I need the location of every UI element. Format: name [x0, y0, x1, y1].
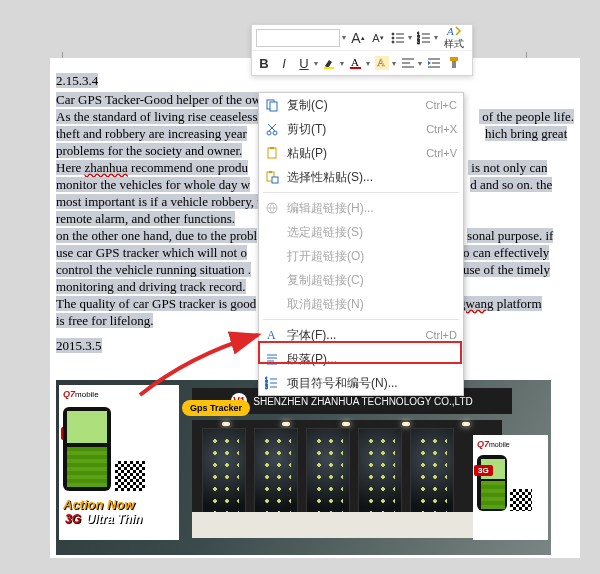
- svg-line-31: [268, 124, 275, 131]
- phone-card-left: Q7mobile 3G Action Now 3G Ultra Thin: [59, 385, 179, 540]
- phone-card-right: Q7mobile 3G: [473, 435, 548, 540]
- svg-rect-32: [268, 148, 276, 158]
- italic-button[interactable]: I: [276, 55, 292, 71]
- mini-toolbar: ▾ A▴ A▾ ▾ 123▾ A 样式 B I U▾ ▾ A▾ A▾ ▾: [251, 24, 473, 76]
- svg-point-4: [392, 41, 394, 43]
- gps-tag: Gps Tracker: [182, 400, 250, 416]
- svg-point-2: [392, 37, 394, 39]
- annotation-highlight: [258, 341, 462, 364]
- paste-special-icon: [263, 168, 281, 186]
- font-color-button[interactable]: A: [348, 55, 364, 71]
- svg-rect-27: [270, 102, 277, 111]
- svg-rect-35: [269, 171, 272, 173]
- svg-rect-33: [270, 147, 274, 149]
- svg-rect-13: [324, 67, 334, 69]
- styles-button[interactable]: A 样式: [444, 25, 464, 51]
- qr-code-icon: [510, 489, 532, 511]
- photo-booth: [192, 420, 502, 538]
- indent-button[interactable]: [426, 55, 442, 71]
- highlight-button[interactable]: [322, 55, 338, 71]
- menu-bullets-numbering[interactable]: 123 项目符号和编号(N)...: [259, 371, 463, 395]
- phone-icon: [63, 407, 111, 491]
- shading-button[interactable]: A: [374, 55, 390, 71]
- underline-button[interactable]: U: [296, 55, 312, 71]
- shrink-font-button[interactable]: A▾: [370, 30, 386, 46]
- copy-icon: [263, 96, 281, 114]
- menu-cut[interactable]: 剪切(T) Ctrl+X: [259, 117, 463, 141]
- svg-point-0: [392, 33, 394, 35]
- svg-rect-36: [272, 177, 278, 183]
- text-date: 2.15.3.4: [56, 73, 98, 88]
- menu-paste-special[interactable]: 选择性粘贴(S)...: [259, 165, 463, 189]
- chevron-down-icon[interactable]: ▾: [342, 33, 346, 42]
- badge-3g: 3G: [474, 465, 493, 476]
- svg-line-30: [269, 124, 276, 131]
- list-icon: 123: [263, 374, 281, 392]
- svg-text:A: A: [267, 328, 276, 342]
- menu-edit-hyperlink: 编辑超链接(H)...: [259, 196, 463, 220]
- svg-rect-15: [350, 67, 361, 69]
- menu-remove-hyperlink: 取消超链接(N): [259, 292, 463, 316]
- font-family-select[interactable]: [256, 29, 340, 47]
- scissors-icon: [263, 120, 281, 138]
- svg-point-29: [273, 131, 277, 135]
- svg-text:3: 3: [417, 39, 420, 45]
- link-icon: [263, 199, 281, 217]
- banner-text: SHENZHEN ZHANHUA TECHNOLOGY CO.,LTD: [253, 396, 472, 407]
- svg-rect-17: [375, 56, 389, 70]
- svg-text:A: A: [351, 56, 359, 68]
- grow-font-button[interactable]: A▴: [350, 30, 366, 46]
- ultra-thin-text: 3G Ultra Thin: [63, 512, 175, 526]
- align-button[interactable]: [400, 55, 416, 71]
- text-date2: 2015.3.5: [56, 338, 102, 353]
- qr-code-icon: [115, 461, 145, 491]
- menu-select-hyperlink: 选定超链接(S): [259, 220, 463, 244]
- svg-point-28: [267, 131, 271, 135]
- svg-text:3: 3: [265, 384, 268, 390]
- menu-copy-hyperlink: 复制超链接(C): [259, 268, 463, 292]
- svg-rect-25: [452, 61, 456, 68]
- svg-text:A: A: [446, 25, 454, 37]
- phone-icon: [477, 455, 507, 511]
- bullets-button[interactable]: [390, 30, 406, 46]
- format-painter-button[interactable]: [446, 55, 462, 71]
- svg-rect-24: [450, 57, 458, 61]
- menu-open-hyperlink: 打开超链接(O): [259, 244, 463, 268]
- text-title: Car GPS Tacker-Good helper of the owner.: [56, 92, 280, 107]
- menu-paste[interactable]: 粘贴(P) Ctrl+V: [259, 141, 463, 165]
- embedded-image: V1 SHENZHEN ZHANHUA TECHNOLOGY CO.,LTD G…: [56, 380, 551, 555]
- bold-button[interactable]: B: [256, 55, 272, 71]
- action-now-text: Action Now: [63, 497, 175, 512]
- numbering-button[interactable]: 123: [416, 30, 432, 46]
- paste-icon: [263, 144, 281, 162]
- menu-copy[interactable]: 复制(C) Ctrl+C: [259, 93, 463, 117]
